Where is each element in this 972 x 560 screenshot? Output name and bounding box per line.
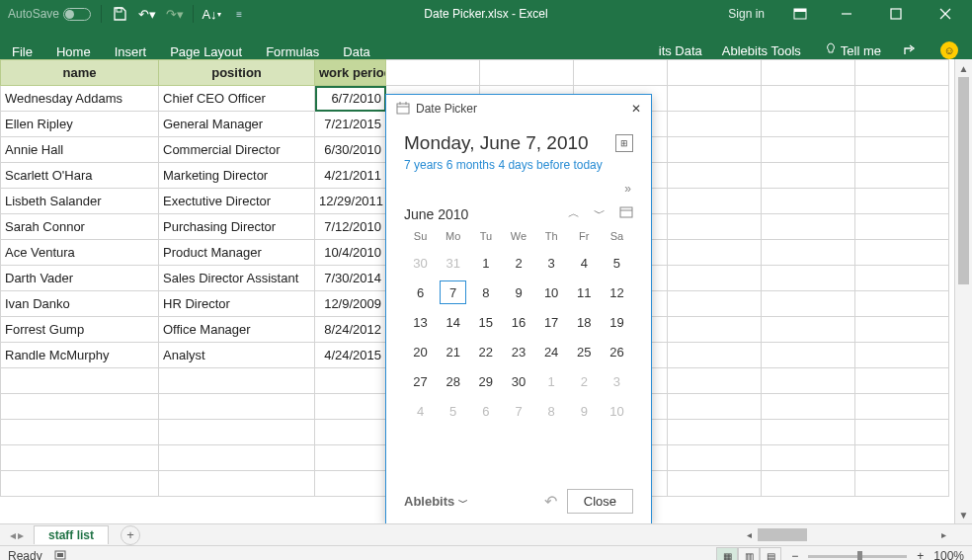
- page-break-view-icon[interactable]: ▤: [760, 547, 781, 560]
- scroll-down-icon[interactable]: ▼: [955, 506, 972, 523]
- calendar-day[interactable]: 9: [502, 278, 534, 307]
- cell[interactable]: Ace Ventura: [1, 240, 159, 266]
- cell[interactable]: [668, 445, 762, 471]
- calendar-day[interactable]: 14: [437, 307, 469, 337]
- cell[interactable]: 10/4/2010: [315, 240, 386, 266]
- calendar-day[interactable]: 18: [568, 307, 601, 337]
- redo-icon[interactable]: ↷▾: [163, 2, 187, 26]
- cell[interactable]: [762, 368, 855, 394]
- calendar-day[interactable]: 13: [404, 307, 437, 337]
- calendar-day[interactable]: 26: [601, 337, 633, 366]
- cell[interactable]: Chief CEO Officer: [159, 86, 315, 112]
- calendar-day[interactable]: 9: [568, 396, 601, 426]
- cell[interactable]: [855, 137, 949, 163]
- cell[interactable]: 8/24/2012: [315, 317, 386, 343]
- cell[interactable]: [762, 317, 855, 343]
- cell[interactable]: [668, 343, 762, 368]
- calendar-day[interactable]: 30: [502, 366, 534, 396]
- calendar-day[interactable]: 11: [568, 278, 601, 307]
- cell[interactable]: 7/12/2010: [315, 214, 386, 240]
- macro-record-icon[interactable]: [54, 548, 68, 560]
- calendar-day[interactable]: 23: [502, 337, 534, 366]
- calendar-day[interactable]: 1: [535, 366, 568, 396]
- cell[interactable]: Ivan Danko: [1, 291, 159, 317]
- tell-me[interactable]: Tell me: [817, 42, 889, 59]
- signin-link[interactable]: Sign in: [716, 7, 776, 21]
- cell[interactable]: [1, 394, 159, 420]
- relative-date-link[interactable]: 7 years 6 months 4 days before today: [404, 158, 633, 172]
- cell[interactable]: [1, 368, 159, 394]
- cell[interactable]: [762, 189, 855, 214]
- cell[interactable]: Office Manager: [159, 317, 315, 343]
- cell[interactable]: [855, 266, 949, 291]
- cell[interactable]: General Manager: [159, 112, 315, 137]
- cell[interactable]: [159, 394, 315, 420]
- calendar-day[interactable]: 8: [469, 278, 502, 307]
- save-icon[interactable]: [108, 2, 131, 26]
- scroll-thumb[interactable]: [758, 528, 807, 541]
- cell[interactable]: [315, 394, 386, 420]
- undo-icon[interactable]: ↶▾: [135, 2, 159, 26]
- scroll-left-icon[interactable]: ◂: [741, 526, 758, 543]
- calendar-day[interactable]: 4: [568, 248, 601, 278]
- calendar-day[interactable]: 22: [469, 337, 502, 366]
- cell[interactable]: [762, 343, 855, 368]
- cell[interactable]: Product Manager: [159, 240, 315, 266]
- calendar-day[interactable]: 6: [469, 396, 502, 426]
- calendar-day[interactable]: 28: [437, 366, 469, 396]
- cell[interactable]: [668, 420, 762, 445]
- cell[interactable]: Sarah Connor: [1, 214, 159, 240]
- calendar-day[interactable]: 10: [601, 396, 633, 426]
- cell[interactable]: [855, 343, 949, 368]
- close-button[interactable]: Close: [567, 489, 633, 514]
- sheet-tab-active[interactable]: staff list: [34, 525, 109, 544]
- cell[interactable]: [855, 317, 949, 343]
- calendar-day[interactable]: 10: [535, 278, 568, 307]
- calendar-day[interactable]: 31: [437, 248, 469, 278]
- expand-icon[interactable]: »: [404, 182, 633, 196]
- calendar-day[interactable]: 17: [535, 307, 568, 337]
- zoom-in-icon[interactable]: +: [917, 549, 924, 560]
- cell[interactable]: [762, 240, 855, 266]
- scroll-right-icon[interactable]: ▸: [935, 526, 952, 543]
- feedback-icon[interactable]: ☺: [932, 41, 966, 59]
- cell[interactable]: [1, 420, 159, 445]
- zoom-level[interactable]: 100%: [933, 549, 964, 560]
- cell[interactable]: [159, 368, 315, 394]
- cell[interactable]: [668, 317, 762, 343]
- cell[interactable]: Darth Vader: [1, 266, 159, 291]
- close-icon[interactable]: [923, 0, 968, 28]
- cell[interactable]: [762, 394, 855, 420]
- calendar-day[interactable]: 12: [601, 278, 633, 307]
- calendar-day[interactable]: 2: [568, 366, 601, 396]
- horizontal-scrollbar[interactable]: ◂ ▸: [741, 526, 952, 543]
- pane-close-icon[interactable]: ✕: [631, 102, 641, 116]
- cell[interactable]: HR Director: [159, 291, 315, 317]
- cell[interactable]: [762, 420, 855, 445]
- cell[interactable]: [668, 112, 762, 137]
- calendar-day[interactable]: 5: [601, 248, 633, 278]
- month-year-label[interactable]: June 2010: [404, 206, 468, 222]
- calendar-day[interactable]: 4: [404, 396, 437, 426]
- calendar-day[interactable]: 3: [535, 248, 568, 278]
- cell[interactable]: [159, 445, 315, 471]
- calendar-day[interactable]: 1: [469, 248, 502, 278]
- cell[interactable]: [855, 471, 949, 497]
- cell[interactable]: [668, 137, 762, 163]
- scroll-thumb[interactable]: [958, 77, 969, 284]
- cell[interactable]: 7/21/2015: [315, 112, 386, 137]
- cell[interactable]: 4/21/2011: [315, 163, 386, 189]
- calendar-day[interactable]: 20: [404, 337, 437, 366]
- cell[interactable]: Commercial Director: [159, 137, 315, 163]
- cell[interactable]: [762, 137, 855, 163]
- calendar-day[interactable]: 27: [404, 366, 437, 396]
- calendar-day[interactable]: 8: [535, 396, 568, 426]
- cell[interactable]: [315, 471, 386, 497]
- cell[interactable]: [668, 163, 762, 189]
- calendar-day[interactable]: 29: [469, 366, 502, 396]
- cell[interactable]: [762, 266, 855, 291]
- cell[interactable]: [668, 291, 762, 317]
- cell[interactable]: 12/29/2011: [315, 189, 386, 214]
- cell[interactable]: [668, 394, 762, 420]
- cell[interactable]: [668, 214, 762, 240]
